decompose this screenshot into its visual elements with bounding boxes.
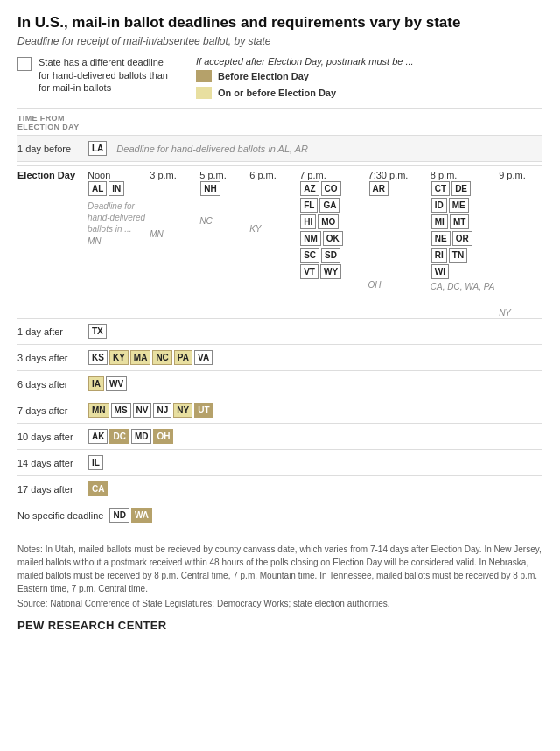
- col-6pm: 6 p.m. KY: [249, 170, 299, 318]
- state-CO: CO: [321, 181, 341, 196]
- 14days-label: 14 days after: [18, 458, 88, 468]
- state-AL: AL: [88, 181, 107, 196]
- 730pm-oh: OH: [368, 280, 430, 290]
- state-VT: VT: [300, 264, 318, 279]
- time-3pm: 3 p.m.: [150, 170, 200, 180]
- 5pm-nc-label: NC: [200, 216, 249, 226]
- outline-square-icon: [18, 57, 32, 71]
- before-state-tag: LA: [88, 141, 107, 156]
- state-ID: ID: [431, 198, 447, 213]
- legend-colors-section: If accepted after Election Day, postmark…: [196, 56, 414, 99]
- notes-section: Notes: In Utah, mailed ballots must be r…: [18, 537, 542, 610]
- noon-mn: MN: [88, 236, 102, 246]
- state-MI: MI: [431, 214, 448, 229]
- row-14days-after: 14 days after IL: [18, 449, 542, 475]
- state-WI: WI: [431, 264, 449, 279]
- state-TN: TN: [449, 248, 467, 263]
- state-NH: NH: [200, 181, 220, 196]
- before-note: Deadline for hand-delivered ballots in A…: [116, 144, 308, 154]
- state-CA: CA: [88, 481, 108, 496]
- legend-row: State has a different deadline for hand-…: [18, 56, 542, 99]
- col-3pm: 3 p.m. MN: [150, 170, 200, 318]
- 17days-label: 17 days after: [18, 484, 88, 495]
- state-MT: MT: [450, 214, 469, 229]
- state-WY: WY: [320, 264, 341, 279]
- col-7pm: 7 p.m. AZ CO FL GA HI MO NM OK SC SD VT …: [299, 170, 368, 318]
- legend-box-label: State has a different deadline for hand-…: [38, 56, 175, 94]
- state-NV: NV: [133, 403, 152, 418]
- 8pm-note: CA, DC, WA, PA: [430, 282, 499, 291]
- row-10days-after: 10 days after AK DC MD OH: [18, 423, 542, 449]
- row-7days-after: 7 days after MN MS NV NJ NY UT: [18, 397, 542, 423]
- state-WV: WV: [106, 376, 127, 391]
- state-PA: PA: [174, 350, 192, 365]
- time-8pm: 8 p.m.: [430, 170, 499, 180]
- state-IL: IL: [88, 455, 103, 470]
- col-5pm: 5 p.m. NH NC: [200, 170, 249, 318]
- state-MD: MD: [131, 429, 152, 444]
- light-swatch-icon: [196, 87, 212, 99]
- time-730pm: 7:30 p.m.: [368, 170, 430, 180]
- state-DC: DC: [109, 429, 129, 444]
- dark-swatch-icon: [196, 70, 212, 82]
- legend-before-row: Before Election Day: [196, 70, 414, 82]
- before-row: 1 day before LA Deadline for hand-delive…: [18, 135, 542, 162]
- state-NC: NC: [152, 350, 172, 365]
- notes-text: Notes: In Utah, mailed ballots must be r…: [18, 544, 542, 593]
- col-9pm: 9 p.m. NY: [499, 170, 542, 318]
- 1day-label: 1 day after: [18, 326, 88, 337]
- state-SC: SC: [300, 248, 319, 263]
- state-NE: NE: [431, 231, 451, 246]
- legend-box-item: State has a different deadline for hand-…: [18, 56, 175, 94]
- row-3days-after: 3 days after KS KY MA NC PA VA: [18, 344, 542, 370]
- state-UT: UT: [194, 403, 213, 418]
- col-noon: Noon AL IN Deadline for hand-delivered b…: [88, 170, 150, 318]
- pew-brand: PEW RESEARCH CENTER: [18, 619, 542, 632]
- noon-subnote: Deadline for hand-delivered ballots in .…: [88, 200, 150, 235]
- state-CT: CT: [431, 181, 450, 196]
- 6days-label: 6 days after: [18, 379, 88, 390]
- 10days-label: 10 days after: [18, 432, 88, 442]
- state-NJ: NJ: [153, 403, 172, 418]
- state-MO: MO: [318, 214, 339, 229]
- state-IA: IA: [88, 376, 104, 391]
- state-KS: KS: [88, 350, 108, 365]
- time-header: TIME FROMELECTION DAY: [18, 114, 542, 131]
- state-AR: AR: [369, 181, 388, 196]
- col-730pm: 7:30 p.m. AR OH: [368, 170, 430, 318]
- col-8pm: 8 p.m. CT DE ID ME MI MT NE OR RI TN WI …: [430, 170, 499, 318]
- state-DE: DE: [452, 181, 471, 196]
- 3days-label: 3 days after: [18, 353, 88, 363]
- time-6pm: 6 p.m.: [249, 170, 299, 180]
- state-GA: GA: [319, 198, 340, 213]
- election-day-label: Election Day: [18, 170, 88, 318]
- state-OK: OK: [323, 231, 343, 246]
- row-1day-after: 1 day after TX: [18, 318, 542, 344]
- state-RI: RI: [431, 248, 447, 263]
- after-rows: 1 day after TX 3 days after KS KY MA NC …: [18, 318, 542, 528]
- 6pm-ky-label: KY: [249, 224, 299, 234]
- state-MS: MS: [111, 403, 131, 418]
- state-MA: MA: [130, 350, 151, 365]
- postmark-header: If accepted after Election Day, postmark…: [196, 56, 414, 67]
- state-KY: KY: [109, 350, 129, 365]
- state-ME: ME: [449, 198, 469, 213]
- 3pm-mn-label: MN: [150, 229, 200, 239]
- row-6days-after: 6 days after IA WV: [18, 370, 542, 397]
- state-OR: OR: [452, 231, 472, 246]
- divider-1: [18, 108, 542, 109]
- before-label: 1 day before: [18, 144, 88, 154]
- state-MN: MN: [88, 403, 109, 418]
- onorbefore-label: On or before Election Day: [218, 88, 336, 98]
- before-label: Before Election Day: [218, 71, 309, 81]
- row-17days-after: 17 days after CA: [18, 475, 542, 502]
- chart-subtitle: Deadline for receipt of mail-in/absentee…: [18, 35, 542, 47]
- time-7pm: 7 p.m.: [299, 170, 368, 180]
- state-IN: IN: [108, 181, 124, 196]
- state-AZ: AZ: [300, 181, 318, 196]
- state-AK: AK: [88, 429, 108, 444]
- legend-colors: Before Election Day On or before Electio…: [196, 70, 414, 99]
- 9pm-ny: NY: [499, 308, 542, 318]
- chart-title: In U.S., mail-in ballot deadlines and re…: [18, 14, 542, 32]
- state-TX: TX: [88, 324, 107, 339]
